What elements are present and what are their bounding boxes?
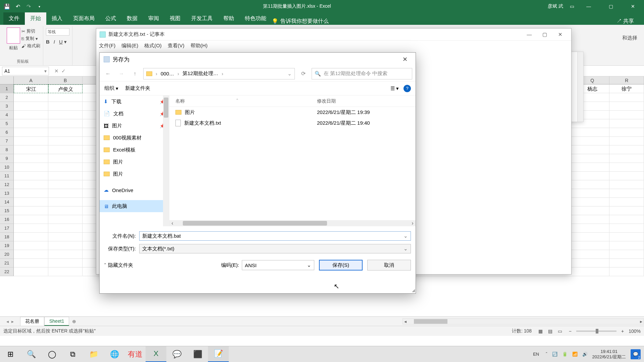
- row-header[interactable]: 9: [0, 154, 14, 163]
- cell[interactable]: [48, 233, 83, 241]
- zoom-out-icon[interactable]: −: [569, 328, 572, 334]
- scroll-right-icon[interactable]: ›: [410, 220, 416, 226]
- sheet-tab-sheet1[interactable]: Sheet1: [44, 317, 69, 326]
- saveas-close-button[interactable]: ✕: [398, 56, 412, 63]
- row-header[interactable]: 6: [0, 128, 14, 137]
- cell[interactable]: [14, 154, 48, 163]
- cell[interactable]: [14, 102, 48, 111]
- sheet-tab-roster[interactable]: 花名册: [20, 317, 44, 326]
- side-pictures[interactable]: 🖼图片📌: [100, 120, 169, 132]
- font-name-select[interactable]: 等线: [46, 28, 69, 36]
- wechat-icon[interactable]: 💬: [166, 346, 187, 362]
- encoding-select[interactable]: ANSI⌄: [242, 260, 314, 270]
- cell[interactable]: [609, 119, 644, 128]
- cell[interactable]: [575, 267, 610, 276]
- cell[interactable]: [575, 172, 610, 180]
- cell[interactable]: [609, 198, 644, 206]
- excel-taskbar-icon[interactable]: X: [146, 346, 166, 362]
- view-pagebreak-icon[interactable]: ▭: [556, 328, 564, 334]
- tell-me-search[interactable]: 💡 告诉我你想要做什么: [272, 18, 329, 25]
- cell[interactable]: [14, 206, 48, 215]
- cell[interactable]: [575, 163, 610, 172]
- youdao-icon[interactable]: 有道: [125, 346, 146, 362]
- filename-input[interactable]: 新建文本文档.bat⌄: [139, 231, 411, 241]
- cancel-formula-icon[interactable]: ✕: [54, 68, 59, 74]
- name-box[interactable]: A1▾: [2, 67, 49, 75]
- cell[interactable]: [609, 206, 644, 215]
- italic-button[interactable]: I: [54, 39, 55, 45]
- cell[interactable]: [609, 145, 644, 154]
- row-header[interactable]: 8: [0, 145, 14, 154]
- tab-layout[interactable]: 页面布局: [68, 12, 100, 25]
- new-folder-button[interactable]: 新建文件夹: [125, 85, 150, 92]
- cell[interactable]: [575, 206, 610, 215]
- nav-back-icon[interactable]: ←: [103, 69, 113, 79]
- cell[interactable]: [609, 189, 644, 198]
- tab-formulas[interactable]: 公式: [100, 12, 121, 25]
- cell[interactable]: [48, 180, 83, 189]
- row-header[interactable]: 17: [0, 224, 14, 233]
- chevron-down-icon[interactable]: ⌄: [404, 246, 408, 252]
- nav-forward-icon[interactable]: →: [116, 69, 126, 79]
- row-header[interactable]: 1: [0, 84, 14, 93]
- cell[interactable]: [609, 93, 644, 102]
- taskbar-search-icon[interactable]: 🔍: [21, 346, 42, 362]
- redo-icon[interactable]: ↷: [24, 2, 33, 11]
- refresh-icon[interactable]: ⟳: [298, 69, 308, 79]
- crumb-2[interactable]: 第12期批处理…: [182, 70, 218, 77]
- cell[interactable]: [48, 259, 83, 267]
- cortana-icon[interactable]: ◯: [42, 346, 62, 362]
- select-all-corner[interactable]: [0, 76, 14, 84]
- row-header[interactable]: 15: [0, 206, 14, 215]
- side-documents[interactable]: 📄文档📌: [100, 108, 169, 120]
- np-menu-file[interactable]: 文件(F): [99, 43, 115, 49]
- row-header[interactable]: 18: [0, 233, 14, 241]
- file-row[interactable]: 图片2022/6/21/星期二 19:39: [169, 107, 416, 118]
- row-header[interactable]: 13: [0, 189, 14, 198]
- tray-sync-icon[interactable]: 🔃: [552, 352, 557, 357]
- row-header[interactable]: 4: [0, 111, 14, 119]
- col-header-A[interactable]: A: [14, 76, 48, 84]
- tab-data[interactable]: 数据: [121, 12, 143, 25]
- cell[interactable]: [14, 128, 48, 137]
- cell[interactable]: [609, 224, 644, 233]
- minimize-button[interactable]: —: [581, 1, 596, 11]
- col-header-B[interactable]: B: [48, 76, 83, 84]
- row-header[interactable]: 19: [0, 241, 14, 250]
- side-video-folder[interactable]: 000视频素材: [100, 132, 169, 144]
- cell[interactable]: [48, 198, 83, 206]
- cell[interactable]: [609, 172, 644, 180]
- side-pictures-2[interactable]: 图片: [100, 156, 169, 168]
- cell[interactable]: [609, 163, 644, 172]
- cell[interactable]: [575, 145, 610, 154]
- cell[interactable]: [14, 224, 48, 233]
- cell[interactable]: 宋江: [14, 84, 48, 93]
- row-header[interactable]: 20: [0, 250, 14, 259]
- cell[interactable]: [14, 189, 48, 198]
- paste-button[interactable]: 粘贴: [5, 26, 21, 51]
- tray-battery-icon[interactable]: 🔋: [562, 352, 568, 357]
- format-painter-button[interactable]: 🖌 格式刷: [21, 43, 40, 49]
- row-header[interactable]: 2: [0, 93, 14, 102]
- add-sheet-button[interactable]: ⊕: [69, 319, 79, 324]
- notepad-minimize[interactable]: —: [522, 29, 537, 40]
- browser-icon[interactable]: 🌐: [104, 346, 125, 362]
- file-row[interactable]: 新建文本文档.txt2022/6/21/星期二 19:40: [169, 118, 416, 128]
- row-header[interactable]: 14: [0, 198, 14, 206]
- notification-center-icon[interactable]: 💬2: [631, 349, 641, 359]
- zoom-slider[interactable]: [576, 330, 616, 332]
- breadcrumb[interactable]: › 000… › 第12期批处理… › ⌄: [143, 68, 295, 79]
- cell[interactable]: [575, 189, 610, 198]
- row-header[interactable]: 7: [0, 137, 14, 145]
- cell[interactable]: [14, 163, 48, 172]
- cell[interactable]: [14, 198, 48, 206]
- cancel-button[interactable]: 取消: [367, 260, 411, 270]
- cell[interactable]: [48, 137, 83, 145]
- save-button[interactable]: 保存(S): [319, 260, 363, 270]
- cell[interactable]: [14, 233, 48, 241]
- zoom-level[interactable]: 100%: [629, 328, 641, 334]
- notepad-maximize[interactable]: ▢: [537, 29, 552, 40]
- row-header[interactable]: 16: [0, 215, 14, 224]
- cell[interactable]: [609, 102, 644, 111]
- search-input[interactable]: 🔍 在 第12期批处理命令 中搜索: [312, 68, 412, 79]
